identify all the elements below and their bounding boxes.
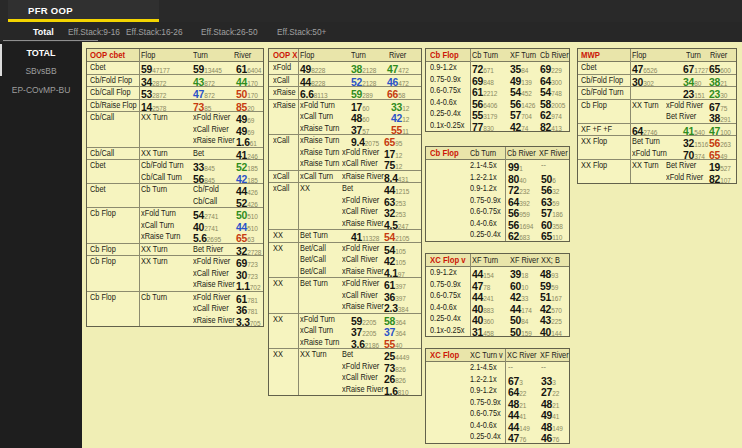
stat-value[interactable]: 4212 bbox=[391, 111, 409, 123]
stat-value[interactable]: 73826 bbox=[384, 361, 406, 373]
stat-value[interactable]: 3821 bbox=[709, 75, 727, 87]
stat-value[interactable]: 333 bbox=[541, 374, 556, 386]
stat-value[interactable]: 47872 bbox=[193, 87, 215, 99]
stat-value[interactable]: 8520 bbox=[236, 100, 254, 112]
sidebar-item-ep-covmp-bu[interactable]: EP-COvMP-BU bbox=[0, 84, 82, 97]
stat-value[interactable]: 44174 bbox=[510, 302, 532, 314]
stat-value[interactable]: 72671 bbox=[472, 62, 494, 74]
stat-value[interactable]: 54105 bbox=[384, 243, 406, 255]
stat-value[interactable]: 616404 bbox=[236, 62, 261, 74]
stat-value[interactable]: 4778 bbox=[472, 279, 490, 291]
stat-value[interactable]: 402741 bbox=[193, 220, 218, 232]
stat-value[interactable]: 65600 bbox=[709, 62, 731, 74]
stat-value[interactable]: 69723 bbox=[236, 256, 258, 268]
stat-value[interactable]: 61397 bbox=[384, 278, 406, 290]
stat-value[interactable]: 50159 bbox=[510, 325, 532, 337]
stat-value[interactable]: 57704 bbox=[510, 108, 532, 120]
sidebar-item-total[interactable]: TOTAL bbox=[0, 47, 82, 60]
stat-value[interactable]: 32253 bbox=[384, 206, 406, 218]
stat-value[interactable]: 6549 bbox=[709, 148, 727, 160]
stat-value[interactable]: 44426 bbox=[236, 184, 258, 196]
stat-value[interactable]: 43872 bbox=[193, 75, 215, 87]
stat-value[interactable]: 47100 bbox=[709, 124, 731, 136]
stat-value[interactable]: 51167 bbox=[540, 290, 562, 302]
stat-value[interactable]: 5947177 bbox=[141, 62, 170, 74]
stat-value[interactable]: 72232 bbox=[508, 183, 530, 195]
stat-value[interactable]: 57186 bbox=[541, 206, 563, 218]
stat-value[interactable]: 448228 bbox=[300, 75, 325, 87]
stat-value[interactable]: 532872 bbox=[141, 87, 166, 99]
stat-value[interactable]: 3.62186 bbox=[351, 337, 379, 349]
stat-value[interactable]: 4969 bbox=[236, 124, 254, 136]
stat-value[interactable]: 6010 bbox=[510, 279, 528, 291]
stat-value[interactable]: 4233 bbox=[510, 290, 528, 302]
stat-value[interactable]: 49139 bbox=[510, 74, 532, 86]
stat-value[interactable]: 382128 bbox=[351, 62, 376, 74]
stat-value[interactable]: 62683 bbox=[508, 229, 530, 241]
stat-value[interactable]: 322728 bbox=[236, 244, 261, 256]
stat-value[interactable]: 642746 bbox=[632, 124, 657, 136]
stat-value[interactable]: 6359 bbox=[541, 195, 559, 207]
stat-value[interactable]: 44241 bbox=[472, 290, 494, 302]
stat-value[interactable]: 612212 bbox=[472, 85, 497, 97]
stat-value[interactable]: 4.197 bbox=[384, 266, 405, 278]
stat-value[interactable]: 58364 bbox=[384, 314, 406, 326]
stat-value[interactable]: 47472 bbox=[387, 62, 409, 74]
stat-value[interactable]: 6658 bbox=[387, 87, 405, 99]
tab-total[interactable]: Total bbox=[33, 22, 54, 42]
stat-value[interactable]: 40360 bbox=[472, 313, 494, 325]
stat-value[interactable]: 5632 bbox=[541, 183, 559, 195]
stat-value[interactable]: 5084 bbox=[510, 313, 528, 325]
stat-value[interactable]: 48149 bbox=[541, 420, 563, 432]
stat-value[interactable]: 561694 bbox=[508, 218, 533, 230]
stat-value[interactable]: 82107 bbox=[709, 172, 731, 184]
stat-value[interactable]: 4111328 bbox=[351, 230, 379, 242]
stat-value[interactable]: 8040 bbox=[508, 172, 526, 184]
stat-value[interactable]: 542741 bbox=[193, 208, 218, 220]
tab-eff-stack-9-16[interactable]: Eff.Stack:9-16 bbox=[68, 22, 120, 42]
stat-value[interactable]: 30723 bbox=[236, 268, 258, 280]
stat-value[interactable]: 42105 bbox=[384, 254, 406, 266]
stat-value[interactable]: 42185 bbox=[236, 172, 258, 184]
stat-value[interactable]: 63253 bbox=[384, 195, 406, 207]
stat-value[interactable]: 6422 bbox=[508, 385, 526, 397]
stat-value[interactable]: 3312 bbox=[391, 100, 409, 112]
stat-value[interactable]: 4776 bbox=[508, 431, 526, 443]
stat-value[interactable]: 40144 bbox=[540, 325, 562, 337]
stat-value[interactable]: 342872 bbox=[141, 75, 166, 87]
stat-value[interactable]: 3.3705 bbox=[236, 315, 260, 327]
stat-value[interactable]: 36397 bbox=[384, 290, 406, 302]
stat-value[interactable]: 56263 bbox=[709, 136, 731, 148]
stat-value[interactable]: 1.661 bbox=[236, 135, 257, 147]
stat-value[interactable]: 441215 bbox=[384, 183, 409, 195]
tab-pfr-oop[interactable]: PFR OOP bbox=[8, 0, 159, 22]
stat-value[interactable]: 43225 bbox=[540, 313, 562, 325]
stat-value[interactable]: 65110 bbox=[541, 229, 562, 241]
stat-value[interactable]: 5913445 bbox=[193, 62, 222, 74]
stat-value[interactable]: 59289 bbox=[351, 87, 373, 99]
stat-value[interactable]: 1.6810 bbox=[384, 384, 408, 396]
stat-value[interactable]: 30302 bbox=[632, 75, 654, 87]
stat-value[interactable]: 3584 bbox=[510, 62, 528, 74]
stat-value[interactable]: 4969 bbox=[236, 112, 254, 124]
stat-value[interactable]: 62974 bbox=[540, 108, 562, 120]
stat-value[interactable]: 522128 bbox=[351, 75, 376, 87]
stat-value[interactable]: 41540 bbox=[683, 124, 705, 136]
stat-value[interactable]: 6563 bbox=[236, 231, 254, 243]
stat-value[interactable]: 592205 bbox=[351, 314, 376, 326]
stat-value[interactable]: 61781 bbox=[236, 292, 258, 304]
stat-value[interactable]: 4860 bbox=[351, 111, 369, 123]
stat-value[interactable]: 40883 bbox=[472, 302, 494, 314]
stat-value[interactable]: 991 bbox=[508, 160, 523, 172]
stat-value[interactable]: 7385 bbox=[193, 100, 211, 112]
stat-value[interactable]: 64392 bbox=[508, 195, 530, 207]
stat-value[interactable]: 4676 bbox=[541, 431, 559, 443]
stat-value[interactable]: 6.68113 bbox=[300, 87, 327, 99]
tab-eff-stack-26-50[interactable]: Eff.Stack:26-50 bbox=[201, 22, 258, 42]
stat-value[interactable]: 6775 bbox=[709, 100, 727, 112]
stat-value[interactable]: 69848 bbox=[472, 74, 494, 86]
stat-value[interactable]: 4941 bbox=[541, 408, 559, 420]
stat-value[interactable]: 77830 bbox=[472, 120, 494, 132]
stat-value[interactable]: 498228 bbox=[300, 62, 325, 74]
stat-value[interactable]: 1712 bbox=[384, 147, 402, 159]
